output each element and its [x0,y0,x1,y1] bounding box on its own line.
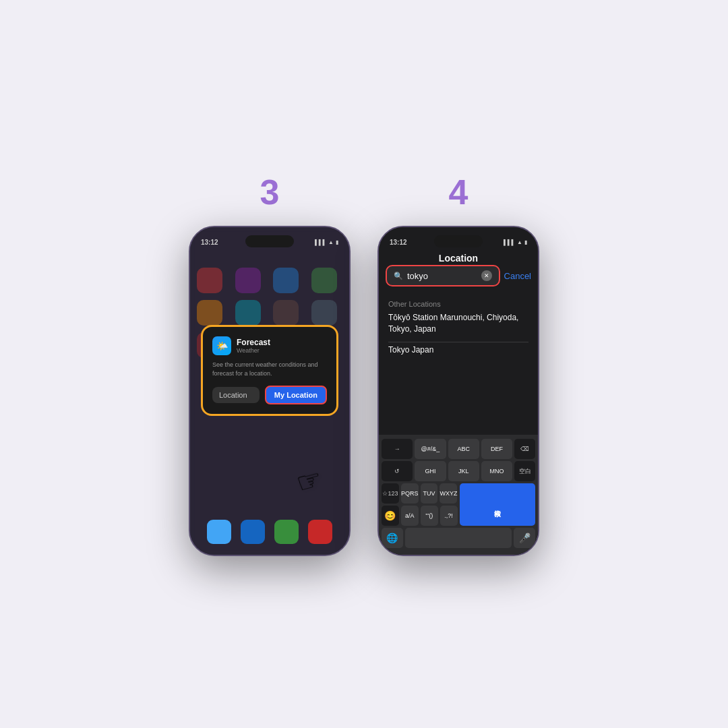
main-container: 3 [162,145,566,583]
location-result-2[interactable]: Tokyo Japan [388,344,528,363]
keyboard: → @#/&_ ABC DEF ⌫ ↺ GHI JKL MNO 空白 [379,435,538,555]
key-arrow[interactable]: → [382,439,413,459]
key-123[interactable]: ☆123 [382,483,399,504]
app-dot [273,268,299,293]
dynamic-island-3 [245,235,294,247]
keyboard-bottom-row: 🌐 🎤 [382,528,535,548]
weather-app-icon: 🌤️ [212,336,231,355]
key-backspace[interactable]: ⌫ [514,439,535,459]
wifi-icon-4: ▲ [517,239,522,245]
phone-4: 13:12 ▌▌▌ ▲ ▮ Location 🔍 tokyo [377,226,539,556]
key-jkl[interactable]: JKL [448,461,479,481]
cancel-button[interactable]: Cancel [504,271,531,281]
phone-3-screen: 13:12 ▌▌▌ ▲ ▮ 🌤️ Forecast Weat [190,227,349,555]
keyboard-row-4: 😊 a/A '"() .,?! [382,506,458,526]
key-space-jp[interactable]: 空白 [514,461,535,481]
app-dot [273,300,299,326]
mic-key[interactable]: 🎤 [514,528,535,548]
key-ghi[interactable]: GHI [415,461,446,481]
dock-icon-2 [241,520,265,544]
phone-3: 13:12 ▌▌▌ ▲ ▮ 🌤️ Forecast Weat [189,226,351,556]
keyboard-row-2: ↺ GHI JKL MNO 空白 [382,461,535,481]
location-screen-title: Location [379,253,538,264]
keyboard-rows-left: ☆123 PQRS TUV WXYZ 😊 a/A '"() .,?! [382,483,458,526]
status-icons-3: ▌▌▌ ▲ ▮ [315,239,338,245]
keyboard-row-3-4-group: ☆123 PQRS TUV WXYZ 😊 a/A '"() .,?! [382,483,535,526]
location-field[interactable]: Location [212,387,260,403]
widget-subtitle: Weather [237,347,270,354]
step-3-wrapper: 3 [189,172,351,556]
app-dot [235,300,261,326]
space-key[interactable] [405,528,512,548]
result-2-text: Tokyo Japan [388,345,433,355]
widget-header: 🌤️ Forecast Weather [212,336,327,355]
dock-icon-3 [274,520,299,544]
search-value[interactable]: tokyo [407,271,477,281]
app-dot [311,300,337,326]
wifi-icon: ▲ [328,239,334,245]
key-a-slash-a[interactable]: a/A [401,506,419,526]
widget-action-row: Location My Location [212,386,327,404]
key-emoji[interactable]: 😊 [382,506,399,526]
widget-description: See the current weather conditions and f… [212,361,327,377]
location-result-1[interactable]: Tōkyō Station Marunouchi, Chiyoda,Tokyo,… [388,312,528,342]
battery-icon-4: ▮ [524,239,527,245]
keyboard-row-3: ☆123 PQRS TUV WXYZ [382,483,458,504]
key-wxyz[interactable]: WXYZ [439,483,457,504]
keyboard-row-1: → @#/&_ ABC DEF ⌫ [382,439,535,459]
phone-4-screen: 13:12 ▌▌▌ ▲ ▮ Location 🔍 tokyo [379,227,538,555]
key-symbols[interactable]: @#/&_ [415,439,446,459]
my-location-button[interactable]: My Location [265,386,327,404]
search-icon: 🔍 [394,272,403,280]
dock-icon-1 [207,520,231,544]
widget-title: Forecast [237,338,270,347]
key-def[interactable]: DEF [481,439,512,459]
status-icons-4: ▌▌▌ ▲ ▮ [504,239,527,245]
step-3-number: 3 [260,172,280,212]
forecast-widget: 🌤️ Forecast Weather See the current weat… [201,325,338,416]
signal-icon-4: ▌▌▌ [504,239,515,245]
step-4-number: 4 [449,172,468,212]
signal-icon: ▌▌▌ [315,239,326,245]
key-quotes[interactable]: '"() [421,506,438,526]
dock-icon-4 [308,520,332,544]
key-tuv[interactable]: TUV [421,483,438,504]
time-3: 13:12 [201,239,218,246]
clear-search-button[interactable]: ✕ [481,270,492,281]
globe-key[interactable]: 🌐 [382,528,403,548]
key-undo[interactable]: ↺ [382,461,413,481]
app-dot [311,268,337,293]
search-submit-button[interactable]: 検索 [460,483,536,526]
step-4-wrapper: 4 13:12 ▌▌▌ ▲ ▮ Location [377,172,539,556]
key-pqrs[interactable]: PQRS [401,483,419,504]
other-locations-label: Other Locations [388,300,441,308]
app-dot [197,268,222,293]
key-abc[interactable]: ABC [448,439,479,459]
app-dot [235,268,261,293]
result-1-text: Tōkyō Station Marunouchi, Chiyoda,Tokyo,… [388,313,518,334]
time-4: 13:12 [390,239,407,246]
widget-title-group: Forecast Weather [237,338,270,354]
search-bar-row: 🔍 tokyo ✕ Cancel [386,265,531,286]
search-input-box[interactable]: 🔍 tokyo ✕ [386,265,500,286]
battery-icon: ▮ [336,239,338,245]
key-mno[interactable]: MNO [481,461,512,481]
key-punctuation[interactable]: .,?! [440,506,458,526]
dynamic-island-4 [434,235,483,247]
bottom-dock-3 [207,520,332,544]
app-dot [197,300,222,326]
